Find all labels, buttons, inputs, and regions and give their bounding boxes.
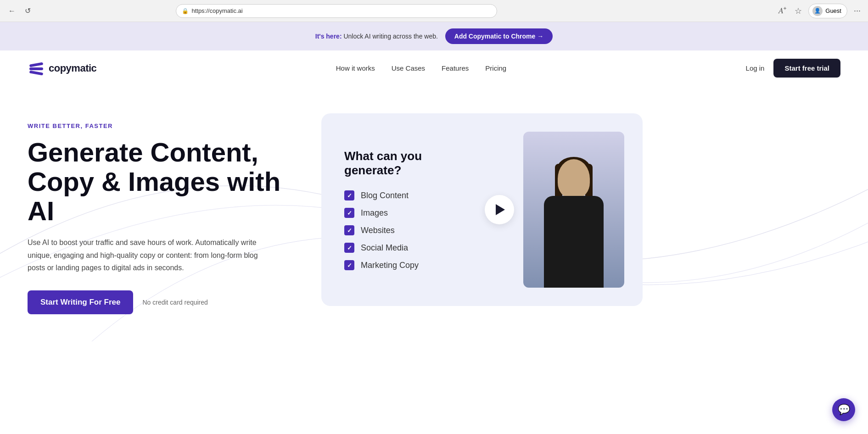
logo[interactable]: copymatic — [28, 60, 96, 77]
list-item-label: Images — [361, 208, 388, 218]
list-item: Websites — [344, 225, 476, 235]
nav-use-cases[interactable]: Use Cases — [392, 64, 425, 72]
navbar: copymatic How it works Use Cases Feature… — [0, 50, 868, 86]
play-button-area — [485, 195, 514, 224]
checklist: Blog Content Images Websites Social Medi… — [344, 190, 476, 270]
hero-heading: Generate Content, Copy & Images with AI — [28, 138, 303, 225]
hero-section: WRITE BETTER, FASTER Generate Content, C… — [0, 86, 868, 361]
start-writing-button[interactable]: Start Writing For Free — [28, 290, 133, 314]
hero-eyebrow: WRITE BETTER, FASTER — [28, 122, 303, 129]
back-button[interactable]: ← — [6, 5, 18, 17]
favorites-button[interactable]: ☆ — [793, 4, 804, 18]
add-to-chrome-button[interactable]: Add Copymatic to Chrome → — [445, 28, 553, 44]
logo-text: copymatic — [49, 62, 96, 74]
guest-label: Guest — [825, 7, 841, 14]
nav-features[interactable]: Features — [442, 64, 469, 72]
person-photo — [523, 132, 624, 288]
checkbox-blog — [344, 190, 354, 200]
checkbox-marketing — [344, 260, 354, 270]
list-item: Images — [344, 208, 476, 218]
svg-rect-1 — [29, 67, 43, 70]
play-icon — [496, 204, 505, 215]
url-text: https://copymatic.ai — [191, 7, 242, 14]
banner-text: Unlock AI writing across the web. — [343, 33, 437, 40]
nav-how-it-works[interactable]: How it works — [336, 64, 375, 72]
card-content: What can you generate? Blog Content Imag… — [344, 149, 476, 270]
hero-cta-row: Start Writing For Free No credit card re… — [28, 290, 303, 314]
list-item: Blog Content — [344, 190, 476, 200]
avatar: 👤 — [812, 6, 823, 16]
no-credit-card-text: No credit card required — [142, 299, 207, 306]
checkbox-websites — [344, 225, 354, 235]
top-banner: It's here: Unlock AI writing across the … — [0, 22, 868, 50]
reload-button[interactable]: ↺ — [21, 5, 34, 17]
list-item-label: Blog Content — [361, 191, 409, 200]
list-item: Marketing Copy — [344, 260, 476, 270]
card-title: What can you generate? — [344, 149, 476, 178]
svg-rect-2 — [29, 70, 44, 75]
checkbox-social — [344, 243, 354, 253]
hero-subtext: Use AI to boost your traffic and save ho… — [28, 236, 275, 274]
nav-links: How it works Use Cases Features Pricing — [336, 64, 506, 72]
list-item-label: Marketing Copy — [361, 261, 419, 270]
list-item: Social Media — [344, 243, 476, 253]
generate-card: What can you generate? Blog Content Imag… — [321, 113, 643, 306]
login-button[interactable]: Log in — [746, 64, 765, 72]
lock-icon: 🔒 — [182, 8, 189, 14]
play-button[interactable] — [485, 195, 514, 224]
nav-pricing[interactable]: Pricing — [485, 64, 506, 72]
read-aloud-button[interactable]: 𝐴⁺ — [777, 4, 788, 17]
list-item-label: Social Media — [361, 243, 408, 253]
nav-right: Log in Start free trial — [746, 59, 840, 78]
browser-chrome: ← ↺ 🔒 https://copymatic.ai 𝐴⁺ ☆ 👤 Guest … — [0, 0, 868, 22]
browser-nav-buttons: ← ↺ — [6, 5, 34, 17]
person-body — [544, 196, 604, 288]
svg-rect-0 — [29, 62, 44, 67]
more-options-button[interactable]: ··· — [852, 4, 862, 17]
address-bar[interactable]: 🔒 https://copymatic.ai — [176, 4, 497, 18]
person-head — [558, 159, 590, 198]
start-trial-button[interactable]: Start free trial — [773, 59, 840, 78]
hero-left: WRITE BETTER, FASTER Generate Content, C… — [28, 113, 303, 314]
list-item-label: Websites — [361, 226, 395, 235]
person-silhouette — [528, 145, 620, 288]
hero-right: What can you generate? Blog Content Imag… — [321, 113, 643, 306]
guest-profile-button[interactable]: 👤 Guest — [808, 4, 847, 18]
browser-actions: 𝐴⁺ ☆ 👤 Guest ··· — [777, 4, 862, 18]
logo-icon — [28, 60, 45, 77]
checkbox-images — [344, 208, 354, 218]
banner-bold-text: It's here: — [315, 33, 342, 40]
